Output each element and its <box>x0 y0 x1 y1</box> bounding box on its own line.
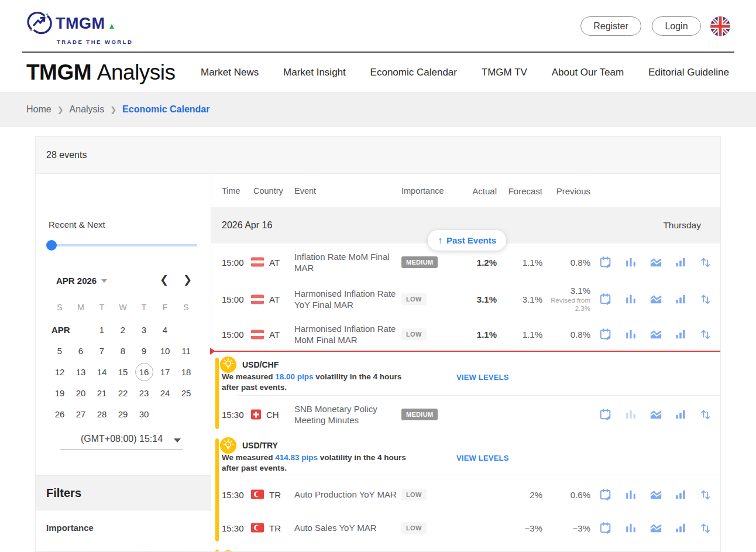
calendar-day[interactable]: 4 <box>154 319 176 340</box>
nav-item-market-insight[interactable]: Market Insight <box>283 67 346 78</box>
pips-link[interactable]: 414.83 pips <box>275 453 318 462</box>
calendar-grid: APR 1 2 3 4 5 6 7 8 9 10 11 12 13 14 15 … <box>49 319 197 424</box>
calendar-day[interactable]: 28 <box>91 403 112 424</box>
sort-arrows-icon[interactable] <box>699 293 712 306</box>
login-button[interactable]: Login <box>652 16 701 36</box>
calendar-day[interactable]: 29 <box>112 403 133 424</box>
histogram-chart-icon[interactable] <box>624 488 637 501</box>
histogram-chart-icon[interactable] <box>624 328 637 341</box>
calendar-day[interactable]: 9 <box>133 340 154 361</box>
row-actions <box>599 488 712 501</box>
calendar-day-selected[interactable]: 16 <box>133 361 154 382</box>
next-month-button[interactable]: ❯ <box>183 273 192 286</box>
nav-item-market-news[interactable]: Market News <box>201 67 259 78</box>
calendar-day[interactable]: 25 <box>176 382 197 403</box>
calendar-day[interactable]: 15 <box>112 361 133 382</box>
area-chart-icon[interactable] <box>650 408 662 421</box>
timezone-selector[interactable]: (GMT+08:00) 15:14 <box>60 434 183 450</box>
col-country: Country <box>253 186 283 196</box>
importance-badge: LOW <box>401 328 427 340</box>
calendar-day[interactable]: 5 <box>49 340 70 361</box>
register-button[interactable]: Register <box>580 16 641 36</box>
country-code: AT <box>269 257 280 267</box>
recent-next-slider[interactable] <box>51 244 197 246</box>
bar-chart-icon[interactable] <box>674 328 687 341</box>
add-to-calendar-icon[interactable] <box>599 256 612 269</box>
importance-badge: LOW <box>401 522 427 534</box>
nav-item-about-our-team[interactable]: About Our Team <box>552 67 624 78</box>
forecast-value: 2% <box>503 489 542 499</box>
view-levels-link[interactable]: VIEW LEVELS <box>456 373 509 382</box>
histogram-chart-icon[interactable] <box>624 522 637 534</box>
sort-arrows-icon[interactable] <box>699 328 712 341</box>
sort-arrows-icon[interactable] <box>699 488 712 501</box>
calendar-day[interactable]: 7 <box>91 340 112 361</box>
date-label: 2026 Apr 16 <box>222 220 272 231</box>
row-actions <box>599 328 712 341</box>
sort-arrows-icon[interactable] <box>699 522 712 534</box>
calendar-day[interactable]: 14 <box>91 361 112 382</box>
nav-item-economic-calendar[interactable]: Economic Calendar <box>370 67 457 78</box>
calendar-day[interactable]: 18 <box>176 361 197 382</box>
calendar-day[interactable]: 27 <box>70 403 91 424</box>
site-title[interactable]: TMGM Analysis <box>26 60 176 85</box>
histogram-chart-icon[interactable] <box>624 293 637 306</box>
calendar-day[interactable]: 23 <box>133 382 154 403</box>
prev-month-button[interactable]: ❮ <box>160 273 169 286</box>
calendar-day[interactable]: 12 <box>49 361 70 382</box>
breadcrumb-analysis[interactable]: Analysis <box>70 104 105 115</box>
event-title: Harmonised Inflation Rate YoY Final MAR <box>294 288 397 310</box>
country-code: TR <box>269 523 281 533</box>
area-chart-icon[interactable] <box>650 293 662 306</box>
calendar-day[interactable]: 30 <box>133 403 154 424</box>
sort-arrows-icon[interactable] <box>699 408 712 421</box>
histogram-chart-icon[interactable] <box>624 256 637 269</box>
area-chart-icon[interactable] <box>650 328 662 341</box>
add-to-calendar-icon[interactable] <box>599 328 612 341</box>
calendar-day[interactable]: 24 <box>154 382 176 403</box>
calendar-day[interactable]: 3 <box>133 319 154 340</box>
importance-badge: LOW <box>401 489 427 500</box>
breadcrumb-home[interactable]: Home <box>26 104 51 115</box>
calendar-day[interactable]: 2 <box>112 319 133 340</box>
bar-chart-icon[interactable] <box>674 488 687 501</box>
bar-chart-icon[interactable] <box>674 293 687 306</box>
sort-arrows-icon[interactable] <box>699 256 712 269</box>
area-chart-icon[interactable] <box>650 522 662 534</box>
add-to-calendar-icon[interactable] <box>599 522 612 534</box>
breadcrumb-current[interactable]: Economic Calendar <box>122 104 209 115</box>
slider-thumb[interactable] <box>46 240 57 251</box>
logo-brand-text: TMGM <box>56 15 105 33</box>
add-to-calendar-icon[interactable] <box>599 488 612 501</box>
calendar-day[interactable]: 22 <box>112 382 133 403</box>
calendar-day[interactable]: 19 <box>49 382 70 403</box>
view-levels-link[interactable]: VIEW LEVELS <box>456 454 509 462</box>
add-to-calendar-icon[interactable] <box>599 293 612 306</box>
add-to-calendar-icon[interactable] <box>599 408 612 421</box>
histogram-chart-icon[interactable] <box>624 408 637 421</box>
current-time-marker-icon <box>210 348 215 355</box>
area-chart-icon[interactable] <box>650 256 662 269</box>
pips-link[interactable]: 18.00 pips <box>275 372 313 381</box>
bar-chart-icon[interactable] <box>674 408 687 421</box>
month-selector[interactable]: APR 2026 <box>56 276 107 286</box>
nav-item-tmgm-tv[interactable]: TMGM TV <box>482 67 527 78</box>
uk-flag-icon[interactable] <box>710 16 730 36</box>
calendar-day[interactable]: 6 <box>70 340 91 361</box>
calendar-day[interactable]: 20 <box>70 382 91 403</box>
calendar-day[interactable]: 1 <box>91 319 112 340</box>
calendar-day[interactable]: 10 <box>154 340 176 361</box>
calendar-day[interactable]: 8 <box>112 340 133 361</box>
bar-chart-icon[interactable] <box>674 522 687 534</box>
bar-chart-icon[interactable] <box>674 256 687 269</box>
calendar-day[interactable]: 17 <box>154 361 176 382</box>
dow-label: S <box>49 300 70 314</box>
area-chart-icon[interactable] <box>650 488 662 501</box>
calendar-day[interactable]: 13 <box>70 361 91 382</box>
nav-item-editorial-guideline[interactable]: Editorial Guideline <box>648 67 729 78</box>
tmgm-logo[interactable]: TMGM TRADE THE WORLD <box>26 11 133 45</box>
calendar-day[interactable]: 26 <box>49 403 70 424</box>
calendar-day[interactable]: 21 <box>91 382 112 403</box>
calendar-day[interactable]: 11 <box>176 340 197 361</box>
past-events-button[interactable]: ↑ Past Events <box>428 230 506 251</box>
